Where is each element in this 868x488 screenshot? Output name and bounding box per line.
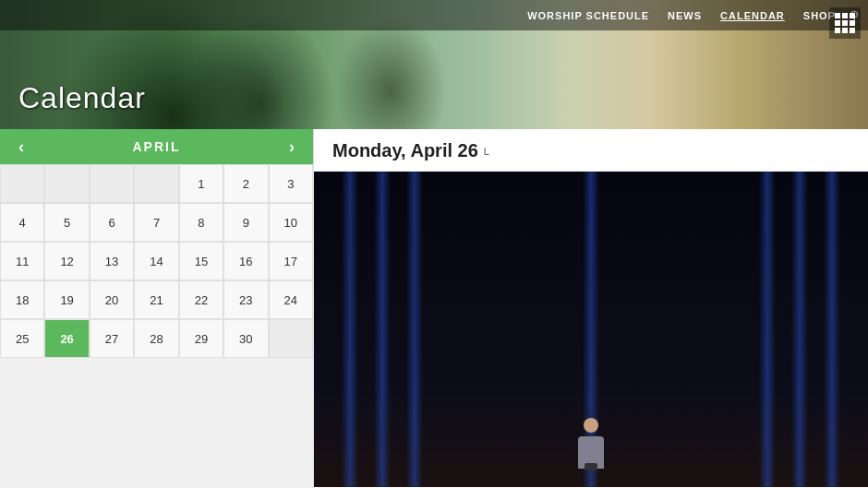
calendar-day[interactable]: 5	[44, 203, 89, 242]
calendar-day[interactable]: 7	[134, 203, 178, 242]
calendar-day[interactable]: 6	[90, 203, 134, 242]
person-body	[578, 436, 604, 469]
calendar-day[interactable]: 10	[269, 203, 313, 242]
calendar-day[interactable]: 29	[179, 319, 223, 358]
calendar-day[interactable]: 4	[0, 203, 44, 242]
calendar-panel: ‹ APRIL › 123456789101112131415161718192…	[0, 129, 314, 488]
calendar-day[interactable]: 13	[90, 242, 134, 280]
calendar-day[interactable]: 16	[223, 242, 268, 280]
calendar-day[interactable]: 3	[269, 164, 313, 203]
main-content: ‹ APRIL › 123456789101112131415161718192…	[0, 129, 868, 488]
calendar-day[interactable]: 28	[134, 319, 178, 358]
calendar-month-header: ‹ APRIL ›	[0, 129, 313, 164]
calendar-day	[90, 164, 134, 203]
column-light-3	[406, 172, 423, 487]
calendar-day	[134, 164, 178, 203]
person-mask	[585, 463, 597, 470]
nav-news[interactable]: NEWS	[668, 10, 702, 21]
event-date-header: Monday, April 26L	[314, 129, 868, 172]
event-panel: Monday, April 26L	[314, 129, 868, 488]
event-date-superscript: L	[484, 146, 489, 157]
nav-calendar[interactable]: CALENDAR	[720, 10, 785, 21]
calendar-day[interactable]: 19	[44, 280, 89, 319]
calendar-day[interactable]: 21	[134, 280, 178, 319]
person-head	[584, 418, 598, 433]
calendar-day[interactable]: 14	[134, 242, 178, 280]
calendar-day[interactable]: 17	[269, 242, 313, 280]
calendar-day[interactable]: 18	[0, 280, 44, 319]
calendar-day[interactable]: 27	[90, 319, 134, 358]
month-label: APRIL	[133, 139, 181, 154]
calendar-grid: 1234567891011121314151617181920212223242…	[0, 164, 313, 358]
calendar-day[interactable]: 23	[223, 280, 268, 319]
event-image	[314, 172, 868, 487]
calendar-day[interactable]: 25	[0, 319, 44, 358]
calendar-day[interactable]: 12	[44, 242, 89, 280]
grid-view-button[interactable]	[829, 7, 861, 39]
calendar-day[interactable]: 11	[0, 242, 44, 280]
calendar-day[interactable]: 22	[179, 280, 223, 319]
column-light-1	[342, 172, 358, 487]
event-date-text: Monday, April 26	[332, 140, 478, 161]
calendar-day	[0, 164, 44, 203]
column-light-6	[759, 172, 776, 487]
nav-worship-schedule[interactable]: WORSHIP SCHEDULE	[527, 10, 649, 21]
calendar-day	[269, 319, 313, 358]
next-month-button[interactable]: ›	[284, 137, 299, 157]
grid-icon	[835, 13, 855, 33]
top-navigation: WORSHIP SCHEDULE NEWS CALENDAR SHOP ⚲	[0, 0, 868, 30]
column-light-4	[824, 172, 840, 487]
calendar-day[interactable]: 1	[179, 164, 223, 203]
column-light-5	[791, 172, 808, 487]
calendar-day[interactable]: 9	[223, 203, 268, 242]
calendar-day[interactable]: 8	[179, 203, 223, 242]
calendar-day[interactable]: 15	[179, 242, 223, 280]
calendar-day[interactable]: 2	[223, 164, 268, 203]
calendar-day[interactable]: 24	[269, 280, 313, 319]
calendar-day	[44, 164, 89, 203]
calendar-day[interactable]: 26	[44, 319, 89, 358]
event-image-background	[314, 172, 868, 487]
page-title: Calendar	[18, 81, 146, 115]
calendar-day[interactable]: 30	[223, 319, 268, 358]
column-light-2	[374, 172, 391, 487]
page-header: WORSHIP SCHEDULE NEWS CALENDAR SHOP ⚲ Ca…	[0, 0, 868, 129]
calendar-day[interactable]: 20	[90, 280, 134, 319]
prev-month-button[interactable]: ‹	[14, 137, 29, 157]
person-silhouette	[573, 418, 609, 473]
